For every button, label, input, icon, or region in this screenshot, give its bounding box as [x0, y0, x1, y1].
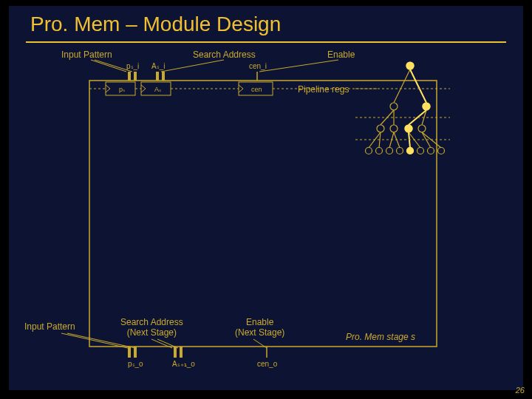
svg-line-2	[95, 60, 132, 72]
svg-point-28	[397, 148, 403, 154]
svg-point-22	[390, 125, 398, 132]
svg-point-51	[423, 103, 430, 110]
svg-line-58	[67, 333, 135, 348]
svg-point-32	[438, 148, 445, 154]
svg-line-3	[161, 60, 224, 72]
diagram-svg: pₛ Aₛ cen	[10, 7, 522, 389]
svg-point-25	[366, 148, 372, 154]
svg-point-52	[405, 125, 412, 132]
reg-as-label: Aₛ	[154, 86, 161, 93]
svg-point-30	[417, 148, 424, 154]
svg-line-47	[410, 69, 426, 103]
tree-icon	[366, 62, 445, 154]
svg-point-21	[377, 125, 384, 132]
svg-point-31	[428, 148, 434, 154]
svg-line-33	[394, 69, 410, 103]
reg-cen-label: cen	[251, 86, 262, 93]
svg-line-4	[259, 60, 338, 72]
svg-point-26	[376, 148, 383, 154]
svg-point-27	[386, 148, 393, 154]
svg-point-19	[390, 103, 398, 110]
svg-line-57	[61, 333, 128, 348]
reg-ps-label: pₛ	[119, 86, 125, 93]
svg-point-24	[418, 125, 426, 132]
page-number: 26	[516, 386, 525, 395]
svg-point-50	[406, 62, 414, 69]
svg-point-53	[407, 148, 414, 154]
svg-line-1	[91, 60, 126, 72]
